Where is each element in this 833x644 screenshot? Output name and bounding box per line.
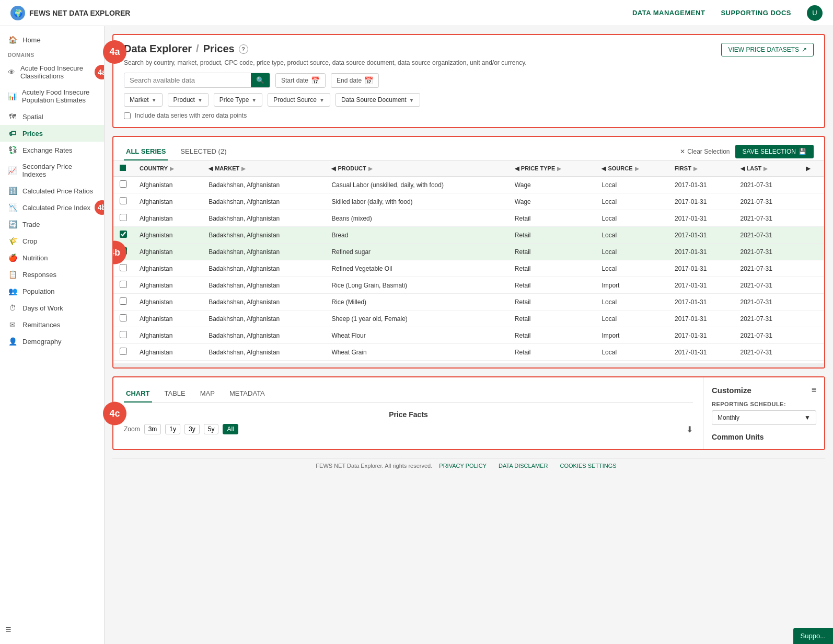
sidebar-item-acute[interactable]: 👁 Acute Food Insecure Classifications 4a bbox=[0, 60, 104, 84]
row-checkbox-cell[interactable] bbox=[113, 277, 133, 294]
row-checkbox[interactable] bbox=[120, 297, 127, 305]
sidebar-item-nutrition[interactable]: 🍎 Nutrition bbox=[0, 249, 104, 266]
sidebar-label-remittances: Remittances bbox=[22, 321, 60, 329]
row-checkbox-cell[interactable] bbox=[113, 344, 133, 361]
help-icon[interactable]: ? bbox=[239, 44, 248, 54]
th-last[interactable]: ◀ LAST ▶ bbox=[734, 160, 800, 177]
nav-data-management[interactable]: DATA MANAGEMENT bbox=[632, 9, 705, 17]
view-price-datasets-button[interactable]: VIEW PRICE DATASETS ↗ bbox=[721, 43, 814, 56]
sidebar-item-acutely[interactable]: 📊 Acutely Food Insecure Population Estim… bbox=[0, 84, 104, 108]
row-checkbox-cell[interactable] bbox=[113, 294, 133, 310]
sidebar-item-calc-index[interactable]: 📉 Calculated Price Index 4b bbox=[0, 199, 104, 216]
sidebar-label-population: Population bbox=[22, 288, 54, 295]
sidebar-item-remittances[interactable]: ✉ Remittances bbox=[0, 316, 104, 333]
market-filter[interactable]: Market ▼ bbox=[124, 93, 163, 107]
row-first: 2017-01-31 bbox=[668, 227, 734, 244]
list-icon[interactable]: ≡ bbox=[812, 385, 816, 395]
row-checkbox-cell[interactable] bbox=[113, 177, 133, 193]
row-checkbox[interactable] bbox=[120, 180, 127, 188]
clear-selection-btn[interactable]: ✕ Clear Selection bbox=[680, 148, 730, 155]
avatar[interactable]: U bbox=[807, 5, 823, 21]
sidebar-item-calc-ratios[interactable]: 🔢 Calculated Price Ratios bbox=[0, 182, 104, 199]
row-checkbox[interactable] bbox=[120, 281, 127, 288]
tab-table[interactable]: TABLE bbox=[163, 385, 188, 402]
zoom-all[interactable]: All bbox=[223, 424, 238, 434]
panel-table: 4b ALL SERIES SELECTED (2) ✕ Clear Selec… bbox=[112, 136, 825, 369]
row-checkbox-cell[interactable] bbox=[113, 310, 133, 327]
crop-icon: 🌾 bbox=[8, 237, 17, 245]
row-checkbox-cell[interactable] bbox=[113, 210, 133, 227]
start-date-field[interactable]: Start date 📅 bbox=[275, 73, 326, 88]
row-checkbox[interactable] bbox=[120, 214, 127, 221]
row-source: Import bbox=[595, 327, 668, 344]
th-price-type[interactable]: ◀ PRICE TYPE ▶ bbox=[508, 160, 596, 177]
row-source: Local bbox=[595, 193, 668, 210]
tab-chart[interactable]: CHART bbox=[124, 385, 152, 402]
sidebar-item-secondary-price[interactable]: 📈 Secondary Price Indexes bbox=[0, 158, 104, 182]
row-checkbox[interactable] bbox=[120, 348, 127, 355]
zoom-1y[interactable]: 1y bbox=[165, 424, 180, 434]
search-input[interactable] bbox=[124, 73, 251, 87]
row-checkbox-cell[interactable] bbox=[113, 327, 133, 344]
cookies-link[interactable]: COOKIES SETTINGS bbox=[560, 463, 616, 469]
row-product: Skilled labor (daily, with food) bbox=[325, 193, 508, 210]
table-row: Afghanistan Badakhshan, Afghanistan Refi… bbox=[113, 244, 824, 260]
globe-icon: 🌍 bbox=[10, 6, 25, 20]
reporting-schedule-select[interactable]: Monthly ▼ bbox=[712, 410, 816, 425]
sidebar-item-home[interactable]: 🏠 Home bbox=[0, 31, 104, 48]
product-filter[interactable]: Product ▼ bbox=[168, 93, 209, 107]
chart-title: Price Facts bbox=[124, 410, 693, 419]
row-checkbox[interactable] bbox=[120, 314, 127, 321]
data-disclaimer-link[interactable]: DATA DISCLAMER bbox=[499, 463, 548, 469]
tab-map[interactable]: MAP bbox=[198, 385, 217, 402]
row-country: Afghanistan bbox=[133, 244, 202, 260]
sidebar-item-spatial[interactable]: 🗺 Spatial bbox=[0, 108, 104, 125]
data-source-doc-filter[interactable]: Data Source Document ▼ bbox=[335, 93, 420, 107]
price-type-filter[interactable]: Price Type ▼ bbox=[214, 93, 262, 107]
sidebar-item-crop[interactable]: 🌾 Crop bbox=[0, 233, 104, 249]
row-checkbox[interactable] bbox=[120, 264, 127, 271]
sidebar-item-population[interactable]: 👥 Population bbox=[0, 283, 104, 300]
extra-sort: ▶ bbox=[806, 165, 810, 171]
tab-all-series[interactable]: ALL SERIES bbox=[124, 143, 168, 160]
nav-supporting-docs[interactable]: SUPPORTING DOCS bbox=[721, 9, 791, 17]
zoom-label: Zoom bbox=[124, 426, 140, 433]
row-extra bbox=[800, 260, 824, 277]
th-product[interactable]: ◀ PRODUCT ▶ bbox=[325, 160, 508, 177]
row-checkbox[interactable] bbox=[120, 197, 127, 204]
sidebar-item-prices[interactable]: 🏷 Prices bbox=[0, 125, 104, 142]
zoom-3m[interactable]: 3m bbox=[144, 424, 161, 434]
product-source-filter[interactable]: Product Source ▼ bbox=[268, 93, 330, 107]
zero-data-checkbox[interactable] bbox=[124, 112, 131, 119]
sort-country: ▶ bbox=[170, 166, 174, 171]
sidebar-item-days-of-work[interactable]: ⏱ Days of Work bbox=[0, 300, 104, 316]
end-date-field[interactable]: End date 📅 bbox=[331, 73, 379, 88]
th-country[interactable]: COUNTRY ▶ bbox=[133, 160, 202, 177]
sidebar-item-trade[interactable]: 🔄 Trade bbox=[0, 216, 104, 233]
sidebar-label-acutely: Acutely Food Insecure Population Estimat… bbox=[22, 88, 96, 104]
search-button[interactable]: 🔍 bbox=[251, 73, 270, 87]
row-price-type: Retail bbox=[508, 244, 596, 260]
th-market[interactable]: ◀ MARKET ▶ bbox=[202, 160, 325, 177]
scrollbar[interactable] bbox=[113, 363, 824, 367]
zoom-3y[interactable]: 3y bbox=[184, 424, 200, 434]
th-first[interactable]: FIRST ▶ bbox=[668, 160, 734, 177]
tab-metadata[interactable]: METADATA bbox=[227, 385, 267, 402]
save-selection-button[interactable]: SAVE SELECTION 💾 bbox=[735, 145, 814, 158]
save-icon: 💾 bbox=[799, 148, 806, 155]
panel-search: 4a Data Explorer / Prices ? VIEW PRICE D… bbox=[112, 34, 825, 128]
th-source[interactable]: ◀ SOURCE ▶ bbox=[595, 160, 668, 177]
row-checkbox[interactable] bbox=[120, 331, 127, 338]
sidebar-item-exchange[interactable]: 💱 Exchange Rates bbox=[0, 142, 104, 158]
row-market: Badakhshan, Afghanistan bbox=[202, 294, 325, 310]
row-checkbox-cell[interactable] bbox=[113, 193, 133, 210]
zoom-5y[interactable]: 5y bbox=[204, 424, 219, 434]
row-checkbox[interactable] bbox=[120, 231, 127, 238]
sidebar-item-responses[interactable]: 📋 Responses bbox=[0, 266, 104, 283]
row-market: Badakhshan, Afghanistan bbox=[202, 193, 325, 210]
privacy-policy-link[interactable]: PRIVACY POLICY bbox=[439, 463, 487, 469]
tab-selected[interactable]: SELECTED (2) bbox=[178, 143, 228, 160]
download-icon[interactable]: ⬇ bbox=[686, 424, 693, 434]
sidebar-item-demography[interactable]: 👤 Demography bbox=[0, 333, 104, 350]
sidebar-label-nutrition: Nutrition bbox=[22, 254, 48, 262]
